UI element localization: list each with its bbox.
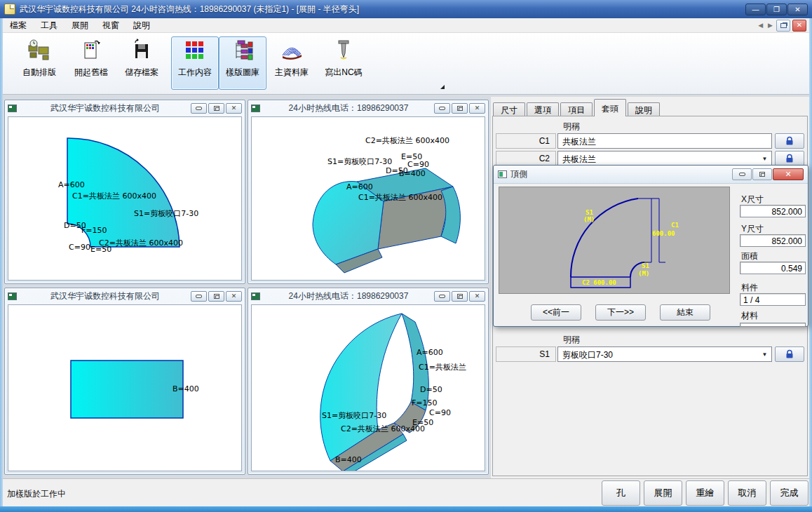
document-icon [251, 292, 260, 300]
child-close-button[interactable]: ✕ [226, 103, 242, 114]
document-icon [8, 292, 17, 300]
finish-button[interactable]: 結束 [660, 304, 710, 321]
lock-icon [785, 136, 794, 146]
cancel-button[interactable]: 取消 [728, 480, 766, 506]
redraw-button[interactable]: 重繪 [686, 480, 724, 506]
c1-lock-button[interactable] [775, 133, 804, 149]
chevron-down-icon[interactable]: ▼ [759, 347, 770, 361]
dialog-minimize-button[interactable] [732, 168, 752, 180]
minimize-icon [196, 107, 202, 110]
area-value: 0.549 [740, 262, 806, 274]
maximize-button[interactable]: ❐ [766, 4, 787, 15]
tab-bar: 尺寸 選項 項目 套頭 說明 [493, 98, 661, 116]
child-close-button[interactable]: ✕ [469, 291, 485, 302]
child-window-rectangle[interactable]: 武汉华宇诚数控科技有限公司 ✕ B=400 [4, 288, 245, 475]
tab-items[interactable]: 項目 [560, 102, 593, 116]
document-icon [251, 105, 260, 112]
toolbar-save-file-button[interactable]: 儲存檔案 [118, 36, 165, 90]
row-id-c1: C1 [496, 133, 556, 149]
tab-dimensions[interactable]: 尺寸 [493, 102, 525, 116]
toolbar-main-database-button[interactable]: 主資料庫 [268, 36, 316, 90]
previous-button[interactable]: <<前一 [531, 304, 581, 321]
next-button[interactable]: 下一>> [595, 304, 646, 321]
child-minimize-button[interactable] [434, 103, 450, 114]
dim-label: B=400 [172, 384, 199, 393]
child-title-bar[interactable]: 武汉华宇诚数控科技有限公司 ✕ [5, 100, 245, 116]
child-maximize-button[interactable] [452, 291, 468, 302]
template-library-icon [230, 37, 255, 64]
maximize-icon [457, 294, 463, 299]
child-minimize-button[interactable] [434, 291, 450, 302]
toolbar-open-file-button[interactable]: 開起舊檔 [67, 36, 115, 90]
menu-help[interactable]: 說明 [126, 18, 157, 34]
chevron-down-icon[interactable]: ▼ [759, 151, 770, 166]
menu-window[interactable]: 視窗 [95, 18, 126, 34]
child-minimize-button[interactable] [191, 291, 207, 302]
child-title-bar[interactable]: 24小时热线电话：18986290037 ✕ [248, 288, 488, 304]
lock-icon [785, 349, 794, 359]
row-id-s1: S1 [496, 346, 556, 362]
status-text: 加樣版於工作中 [7, 488, 66, 500]
tab-notes[interactable]: 說明 [628, 102, 660, 116]
c2-dropdown[interactable]: 共板法兰 ▼ [557, 151, 772, 166]
minimize-icon [439, 107, 445, 110]
drawing-canvas[interactable]: A=600 C1=共板法兰 600x400 S1=剪板咬口7-30 D=50 F… [8, 116, 242, 281]
minimize-button[interactable]: — [745, 4, 766, 15]
c2-lock-button[interactable] [775, 151, 804, 166]
drawing-canvas[interactable]: A=600 C1=共板法兰 D=50 F=150 C=90 S1=剪板咬口7-3… [251, 304, 485, 471]
dim-label: C1=共板法兰 [419, 362, 466, 372]
dialog-maximize-button[interactable] [752, 168, 772, 180]
child-close-button[interactable]: ✕ [226, 291, 242, 302]
child-title-bar[interactable]: 武汉华宇诚数控科技有限公司 ✕ [5, 288, 245, 304]
drawing-canvas[interactable]: C2=共板法兰 600x400 S1=剪板咬口7-30 E=50 C=90 D=… [251, 116, 485, 281]
toolbar-write-nc-button[interactable]: 寫出NC碼 [320, 36, 367, 90]
toolbar-overflow-icon[interactable] [440, 85, 445, 89]
child-maximize-button[interactable] [452, 103, 468, 114]
toolbar: 自動排版 開起舊檔 儲存檔案 [3, 33, 809, 95]
child-maximize-button[interactable] [208, 291, 224, 302]
unfold-button[interactable]: 展開 [644, 480, 682, 506]
c1-value-field[interactable]: 共板法兰 [557, 133, 772, 149]
nav-forward-icon[interactable]: ▶ [766, 22, 774, 29]
maximize-icon [214, 294, 219, 299]
restore-icon [780, 23, 787, 28]
mdi-close-button[interactable]: ✕ [792, 20, 806, 32]
toolbar-work-content-button[interactable]: 工作内容 [171, 36, 219, 90]
close-button[interactable]: ✕ [787, 4, 808, 15]
dim-label: B=400 [335, 455, 362, 464]
child-title-bar[interactable]: 24小时热线电话：18986290037 ✕ [248, 100, 488, 116]
toolbar-auto-layout-button[interactable]: 自動排版 [15, 36, 63, 90]
menu-file[interactable]: 檔案 [3, 18, 34, 34]
main-database-icon [279, 37, 304, 64]
child-window-3d-upright[interactable]: 24小时热线电话：18986290037 ✕ [248, 288, 489, 475]
tab-options[interactable]: 選項 [527, 102, 559, 116]
nav-back-icon[interactable]: ◀ [757, 22, 764, 29]
dim-label: C2=共板法兰 600x400 [365, 135, 449, 146]
material-label: 材料 [741, 310, 758, 322]
tab-connectors[interactable]: 套頭 [594, 99, 626, 116]
child-window-3d-tilted[interactable]: 24小时热线电话：18986290037 ✕ [248, 100, 489, 284]
toolbar-template-library-button[interactable]: 樣版圖庫 [219, 36, 266, 90]
s1-lock-button[interactable] [775, 346, 804, 362]
dialog-title: 頂側 [510, 168, 527, 180]
menu-unfold[interactable]: 展開 [65, 18, 95, 34]
complete-button[interactable]: 完成 [770, 480, 808, 506]
dialog-title-bar[interactable]: 頂側 ✕ [494, 166, 808, 184]
minimize-icon [196, 295, 202, 298]
toolbar-label: 樣版圖庫 [226, 67, 259, 79]
child-minimize-button[interactable] [191, 103, 207, 114]
auto-layout-icon [27, 37, 52, 64]
elbow-3d-drawing [252, 305, 485, 471]
drawing-canvas[interactable]: B=400 [8, 304, 242, 471]
hole-button[interactable]: 孔 [602, 480, 640, 506]
top-side-dialog[interactable]: 頂側 ✕ [493, 165, 808, 327]
child-maximize-button[interactable] [208, 103, 224, 114]
child-close-button[interactable]: ✕ [469, 103, 485, 114]
dialog-close-button[interactable]: ✕ [773, 168, 804, 180]
s1-dropdown[interactable]: 剪板咬口7-30 ▼ [557, 346, 772, 362]
mdi-restore-button[interactable] [776, 20, 790, 32]
child-window-flat-pattern[interactable]: 武汉华宇诚数控科技有限公司 ✕ A=600 C1=共板法 [4, 100, 245, 284]
s1-dropdown-value: 剪板咬口7-30 [562, 349, 613, 361]
dim-label: D=50 [420, 385, 442, 394]
menu-tools[interactable]: 工具 [34, 18, 65, 34]
